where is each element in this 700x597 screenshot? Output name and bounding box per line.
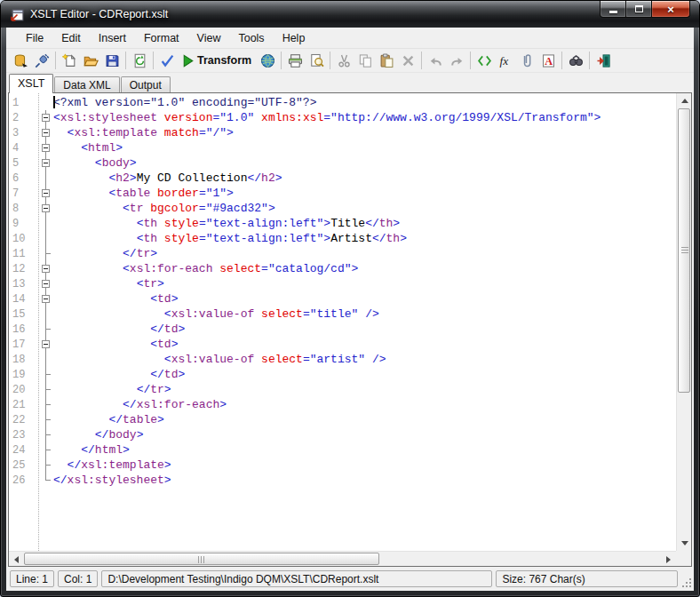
- horizontal-scrollbar[interactable]: [9, 551, 676, 566]
- code-text: <?xml version="1.0" encoding="UTF-8"?>: [53, 95, 316, 110]
- svg-text:A: A: [545, 54, 553, 67]
- delete-icon: [401, 53, 416, 68]
- code-text: <xsl:template match="/">: [53, 125, 234, 140]
- paste-button[interactable]: [376, 50, 397, 71]
- cut-button[interactable]: [333, 50, 354, 71]
- fold-collapse-box[interactable]: [39, 201, 53, 216]
- function-button[interactable]: fx: [495, 50, 516, 71]
- transform-label: Transform: [197, 54, 251, 67]
- code-line: 18 <xsl:value-of select="artist" />: [9, 352, 676, 367]
- code-area[interactable]: 1<?xml version="1.0" encoding="UTF-8"?>2…: [9, 93, 676, 551]
- line-number: 14: [9, 293, 34, 306]
- menu-item-file[interactable]: File: [17, 29, 52, 47]
- code-line: 5 <body>: [9, 155, 676, 171]
- connect-button[interactable]: [31, 50, 52, 71]
- scroll-up-button[interactable]: [677, 93, 692, 108]
- fold-collapse-box[interactable]: [39, 125, 53, 140]
- menu-item-tools[interactable]: Tools: [229, 29, 273, 47]
- open-folder-button[interactable]: [80, 50, 101, 71]
- xslt-editor-panel[interactable]: 1<?xml version="1.0" encoding="UTF-8"?>2…: [8, 92, 692, 567]
- vertical-scroll-thumb[interactable]: [678, 108, 690, 393]
- code-text: </td>: [53, 322, 185, 337]
- validate-button[interactable]: [156, 50, 178, 71]
- browser-globe-button[interactable]: [257, 50, 278, 71]
- chevron-left-icon: [14, 556, 19, 563]
- menu-item-edit[interactable]: Edit: [52, 29, 90, 47]
- code-text: <th style="text-align:left">Title</th>: [53, 216, 400, 231]
- fold-collapse-box[interactable]: [39, 291, 53, 306]
- database-export-button[interactable]: [10, 50, 31, 71]
- minimize-button[interactable]: [600, 1, 626, 18]
- resize-grip[interactable]: [681, 577, 692, 588]
- refresh-button[interactable]: [129, 50, 150, 71]
- find-button[interactable]: [565, 50, 586, 71]
- open-folder-icon: [84, 53, 99, 68]
- fold-collapse-box[interactable]: [39, 140, 53, 155]
- scroll-down-button[interactable]: [677, 536, 692, 551]
- fold-collapse-box[interactable]: [39, 261, 53, 276]
- redo-button[interactable]: [446, 50, 467, 71]
- fold-collapse-box[interactable]: [39, 276, 53, 291]
- status-size-indicator: Size: 767 Char(s): [496, 570, 678, 587]
- svg-text:fx: fx: [499, 54, 508, 68]
- fold-marker: [39, 216, 53, 231]
- undo-button[interactable]: [425, 50, 446, 71]
- fold-collapse-box[interactable]: [39, 110, 53, 125]
- function-icon: fx: [498, 53, 513, 68]
- find-icon: [569, 53, 584, 68]
- line-number: 7: [9, 187, 34, 200]
- delete-button[interactable]: [397, 50, 418, 71]
- horizontal-scroll-thumb[interactable]: [24, 553, 379, 565]
- tab-data-xml[interactable]: Data XML: [54, 76, 119, 92]
- maximize-button[interactable]: [626, 1, 651, 18]
- menu-item-view[interactable]: View: [188, 29, 230, 47]
- fold-marker: [39, 382, 53, 397]
- copy-button[interactable]: [354, 50, 376, 71]
- fold-collapse-box[interactable]: [39, 186, 53, 201]
- status-file-path: D:\Development Testing\Indigo DQM\XSLT\C…: [101, 570, 492, 587]
- attachment-button[interactable]: [516, 50, 537, 71]
- minimize-icon: [609, 11, 617, 13]
- toolbar-separator: [330, 52, 330, 69]
- new-document-icon: [62, 53, 77, 68]
- chevron-right-icon: [666, 556, 671, 563]
- code-line: 8 <tr bgcolor="#9acd32">: [9, 201, 676, 216]
- fold-collapse-box[interactable]: [39, 155, 53, 171]
- code-line: 7 <table border="1">: [9, 186, 676, 201]
- print-preview-button[interactable]: [306, 50, 327, 71]
- scroll-right-button[interactable]: [661, 552, 676, 567]
- line-number: 6: [9, 172, 34, 185]
- transform-button[interactable]: Transform: [178, 50, 257, 71]
- fold-collapse-box[interactable]: [39, 337, 53, 352]
- code-text: <table border="1">: [53, 186, 234, 201]
- new-document-button[interactable]: [59, 50, 80, 71]
- status-line-indicator: Line: 1: [10, 570, 54, 587]
- save-button[interactable]: [101, 50, 123, 71]
- tab-output[interactable]: Output: [121, 76, 171, 92]
- code-text: </td>: [53, 367, 185, 382]
- tab-xslt[interactable]: XSLT: [9, 74, 53, 93]
- code-line: 1<?xml version="1.0" encoding="UTF-8"?>: [9, 95, 676, 110]
- fold-marker: [39, 246, 53, 261]
- xslt-editor-window: XSLT Editor - CDReport.xslt × FileEditIn…: [0, 0, 700, 597]
- code-line: 22 </table>: [9, 412, 676, 427]
- code-tags-button[interactable]: [473, 50, 495, 71]
- close-button[interactable]: ×: [651, 1, 690, 18]
- menu-item-format[interactable]: Format: [135, 29, 188, 47]
- menu-item-help[interactable]: Help: [274, 29, 314, 47]
- exit-button[interactable]: [593, 50, 614, 71]
- chevron-up-icon: [681, 99, 688, 103]
- line-number: 9: [9, 218, 34, 230]
- vertical-scrollbar[interactable]: [676, 93, 691, 551]
- exit-icon: [596, 53, 611, 68]
- toolbar-separator: [470, 52, 471, 69]
- titlebar[interactable]: XSLT Editor - CDReport.xslt ×: [1, 1, 699, 28]
- menu-item-insert[interactable]: Insert: [90, 29, 135, 47]
- print-preview-icon: [309, 53, 324, 68]
- fold-marker: [39, 442, 53, 458]
- print-button[interactable]: [284, 50, 306, 71]
- code-text: </html>: [53, 442, 130, 458]
- print-icon: [288, 53, 303, 68]
- scroll-left-button[interactable]: [9, 552, 24, 567]
- font-button[interactable]: A: [537, 50, 559, 71]
